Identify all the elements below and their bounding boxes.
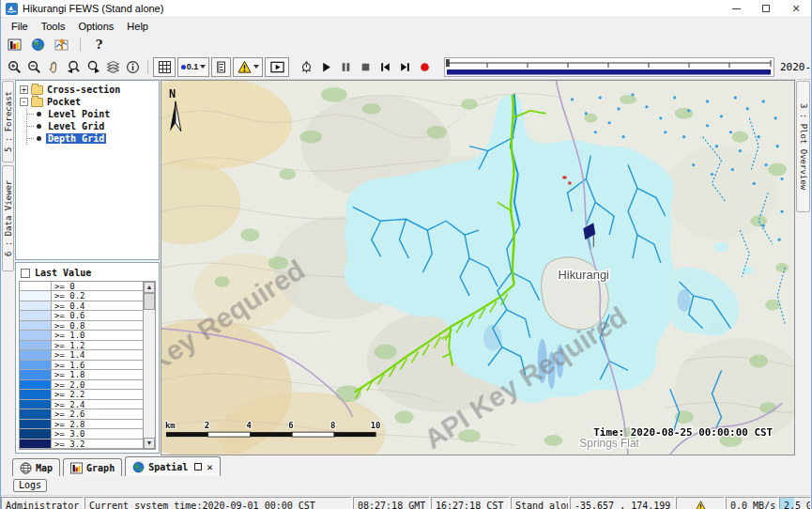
status-memory: 2.5 GB: [779, 497, 811, 509]
scroll-up-icon[interactable]: ▲: [144, 282, 155, 293]
legend-swatch: [20, 341, 52, 350]
close-button[interactable]: ✕: [781, 0, 811, 17]
maximize-button[interactable]: [751, 0, 781, 17]
tab-spatial[interactable]: Spatial ✕: [125, 456, 221, 476]
legend-row: >= 2.0: [20, 380, 143, 391]
scroll-down-icon[interactable]: ▼: [144, 438, 155, 449]
legend-swatch: [20, 301, 52, 311]
scroll-thumb[interactable]: [144, 293, 155, 310]
legend-scrollbar[interactable]: ▲ ▼: [143, 282, 155, 450]
legend-swatch: [20, 409, 52, 419]
expand-icon[interactable]: +: [20, 85, 28, 94]
help-button[interactable]: ?: [89, 35, 109, 54]
legend-swatch: [20, 361, 52, 370]
warnings-dropdown[interactable]: [233, 57, 263, 77]
skip-end-button[interactable]: [395, 57, 415, 76]
tree-connector: [27, 138, 34, 139]
record-button[interactable]: [415, 57, 435, 76]
legend-class-label: >= 3.0: [52, 429, 143, 439]
zoom-previous-button[interactable]: [64, 57, 84, 76]
precision-dropdown[interactable]: 0.1: [177, 57, 209, 77]
tab-maximize-icon[interactable]: [194, 463, 202, 470]
tree-label: Level Grid: [46, 121, 106, 131]
legend-row: >= 0: [20, 282, 143, 292]
tab-graph[interactable]: Graph: [63, 458, 122, 476]
skip-end-icon: [399, 61, 411, 73]
pause-button[interactable]: [336, 57, 356, 76]
skip-start-button[interactable]: [375, 57, 395, 76]
legend-edit-button[interactable]: [211, 57, 231, 77]
status-mode: Stand alone: [511, 497, 569, 509]
tree-node-cross-section[interactable]: + Cross-section: [18, 84, 157, 96]
legend-class-label: >= 0.4: [52, 301, 143, 311]
tree-node-level-grid[interactable]: Level Grid: [27, 120, 157, 132]
spatial-display-button[interactable]: [28, 35, 48, 54]
left-tab-strip: 5 : Forecast 6 : Data Viewer: [1, 80, 14, 455]
tab-spatial-label: Spatial: [148, 462, 188, 472]
play-button[interactable]: [316, 57, 336, 76]
info-icon: [126, 60, 140, 74]
tab-map-label: Map: [36, 463, 53, 473]
menu-item[interactable]: File: [5, 20, 35, 33]
bullet-icon: [37, 112, 41, 116]
legend-class-label: >= 3.2: [52, 440, 143, 449]
layers-button[interactable]: [103, 57, 123, 76]
status-download-speed: 0.0 MB/s: [726, 497, 778, 509]
legend-row: >= 1.4: [20, 350, 143, 361]
animation-panel-button[interactable]: [265, 57, 289, 77]
legend-panel: Last Value >= 0 >= 0.2: [15, 262, 160, 455]
legend-class-label: >= 0.8: [52, 321, 143, 331]
tab-data-viewer[interactable]: 6 : Data Viewer: [2, 165, 14, 271]
legend-swatch: [20, 420, 52, 429]
map-canvas[interactable]: Hikurangi Springs Flat API Key Required …: [161, 80, 795, 455]
spatial-tab-icon: [132, 461, 145, 473]
pan-icon: [47, 60, 61, 74]
zoom-next-button[interactable]: [84, 57, 103, 76]
collapse-icon[interactable]: -: [20, 98, 28, 106]
menu-bar: FileToolsOptionsHelp: [1, 18, 811, 34]
scale-tick: 4: [246, 421, 251, 430]
main-toolbar: ?: [1, 34, 811, 54]
tree-label: Pocket: [47, 97, 81, 107]
status-bar: Administrator Current system time:2020-0…: [1, 496, 811, 509]
scale-tick: 10: [371, 421, 381, 430]
folder-icon: [31, 98, 43, 107]
menu-item[interactable]: Help: [120, 20, 155, 33]
tree-connector: [27, 114, 34, 115]
legend-class-label: >= 1.2: [52, 341, 143, 350]
status-warning-cell[interactable]: [676, 497, 725, 509]
tab-close-icon[interactable]: ✕: [207, 461, 213, 473]
minimize-button[interactable]: [721, 0, 751, 17]
tree-node-level-point[interactable]: Level Point: [27, 108, 157, 120]
legend-class-label: >= 1.6: [52, 361, 143, 370]
animation-settings-button[interactable]: [297, 57, 316, 76]
chevron-down-icon: [200, 65, 206, 69]
menu-item[interactable]: Tools: [35, 20, 72, 33]
grid-toggle-button[interactable]: [153, 57, 176, 77]
zoom-out-button[interactable]: [24, 57, 44, 76]
info-button[interactable]: [123, 57, 143, 76]
timeseries-dialog-button[interactable]: [52, 35, 71, 54]
zoom-in-icon: [8, 60, 22, 74]
tab-forecast[interactable]: 5 : Forecast: [2, 81, 14, 162]
tree-node-depth-grid[interactable]: Depth Grid: [27, 132, 157, 145]
logs-button[interactable]: Logs: [13, 479, 47, 492]
legend-class-label: >= 1.4: [52, 350, 143, 360]
last-value-checkbox[interactable]: [21, 269, 30, 278]
timeline-slider[interactable]: [444, 57, 774, 77]
tree-node-pocket[interactable]: - Pocket: [18, 96, 157, 108]
pan-button[interactable]: [44, 57, 64, 76]
map-time-label: Time: 2020-08-25 00:00:00 CST: [593, 426, 773, 439]
scroll-track[interactable]: [144, 310, 155, 439]
legend-swatch: [20, 380, 52, 390]
stop-button[interactable]: [356, 57, 375, 76]
tab-plot-overview[interactable]: 3 : Plot Overview: [796, 81, 810, 212]
database-viewer-button[interactable]: [5, 35, 24, 54]
zoom-in-button[interactable]: [5, 57, 24, 76]
toolbar-separator: [147, 60, 148, 74]
maximize-icon: [762, 5, 770, 12]
timeseries-icon: [54, 38, 69, 52]
menu-item[interactable]: Options: [71, 20, 120, 33]
timeline-ruler: [445, 58, 774, 76]
tab-map[interactable]: Map: [12, 458, 60, 476]
